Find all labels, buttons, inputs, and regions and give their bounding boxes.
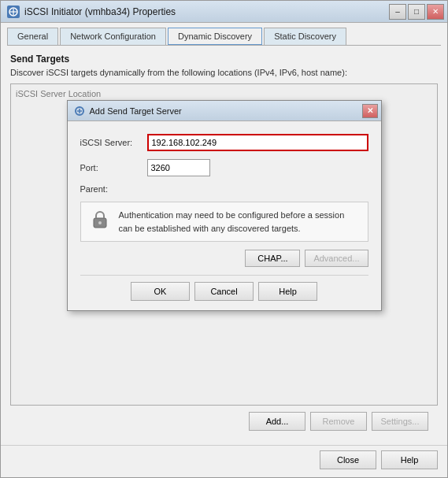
iscsi-server-row: iSCSI Server:: [80, 134, 368, 151]
close-button[interactable]: Close: [320, 450, 376, 469]
tab-dynamic[interactable]: Dynamic Discovery: [168, 28, 262, 45]
bottom-area: Add... Remove Settings...: [10, 406, 438, 437]
parent-label: Parent:: [80, 184, 147, 194]
footer-help-button[interactable]: Help: [381, 450, 438, 469]
add-send-target-dialog: Add Send Target Server ✕ iSCSI Server:: [67, 100, 382, 311]
minimize-button[interactable]: –: [389, 4, 406, 20]
port-row: Port:: [80, 159, 368, 176]
tabs-row: General Network Configuration Dynamic Di…: [7, 28, 441, 45]
auth-info-box: Authentication may need to be configured…: [80, 202, 368, 242]
parent-row: Parent:: [80, 184, 368, 194]
titlebar: iSCSI Initiator (vmhba34) Properties – □…: [1, 1, 447, 23]
dialog-auth-buttons: CHAP... Advanced...: [80, 250, 368, 267]
advanced-button[interactable]: Advanced...: [305, 250, 368, 267]
iscsi-server-input[interactable]: [147, 134, 368, 151]
maximize-button[interactable]: □: [408, 4, 425, 20]
help-button[interactable]: Help: [258, 282, 317, 301]
titlebar-icon: [7, 6, 20, 18]
content-area: Send Targets Discover iSCSI targets dyna…: [1, 46, 447, 445]
titlebar-controls: – □ ✕: [389, 4, 444, 20]
ok-button[interactable]: OK: [131, 282, 190, 301]
tab-general[interactable]: General: [7, 28, 58, 45]
iscsi-server-label: iSCSI Server:: [80, 138, 147, 147]
tab-static[interactable]: Static Discovery: [264, 28, 346, 45]
section-desc: Discover iSCSI targets dynamically from …: [10, 68, 438, 77]
titlebar-left: iSCSI Initiator (vmhba34) Properties: [7, 6, 176, 18]
port-label: Port:: [80, 163, 147, 172]
remove-button[interactable]: Remove: [310, 412, 367, 431]
dialog-title-icon: [74, 106, 85, 117]
tabs-area: General Network Configuration Dynamic Di…: [1, 23, 447, 46]
dialog-title-text: Add Send Target Server: [90, 106, 182, 116]
dialog-main-buttons: OK Cancel Help: [80, 275, 368, 301]
settings-button[interactable]: Settings...: [372, 412, 428, 431]
window-footer: Close Help: [1, 445, 447, 477]
dialog-content: iSCSI Server: Port: Parent:: [68, 121, 381, 310]
add-button[interactable]: Add...: [249, 412, 305, 431]
auth-icon: [89, 209, 111, 231]
dialog-titlebar: Add Send Target Server ✕: [68, 101, 381, 121]
chap-button[interactable]: CHAP...: [245, 250, 300, 267]
section-title: Send Targets: [10, 54, 438, 65]
cancel-button[interactable]: Cancel: [194, 282, 254, 301]
dialog-titlebar-left: Add Send Target Server: [74, 106, 182, 117]
window-close-button[interactable]: ✕: [427, 4, 444, 20]
auth-text: Authentication may need to be configured…: [119, 209, 360, 235]
modal-overlay: Add Send Target Server ✕ iSCSI Server:: [11, 84, 437, 405]
svg-point-7: [98, 221, 102, 224]
window-title: iSCSI Initiator (vmhba34) Properties: [24, 6, 176, 17]
tab-network[interactable]: Network Configuration: [60, 28, 166, 45]
main-window: iSCSI Initiator (vmhba34) Properties – □…: [0, 0, 448, 478]
port-input[interactable]: [147, 159, 210, 176]
dialog-close-button[interactable]: ✕: [362, 104, 378, 118]
iscsi-location-box: iSCSI Server Location: [10, 83, 438, 406]
